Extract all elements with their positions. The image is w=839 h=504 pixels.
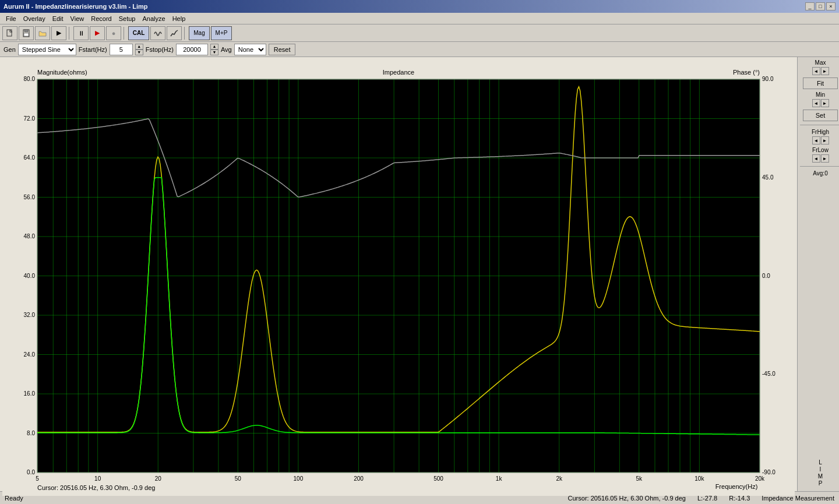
fstop-spinner: ▲ ▼ — [210, 44, 218, 55]
main-content: Max ◄ ► Fit Min ◄ ► Set FrHigh ◄ ► FrLow — [0, 57, 839, 491]
divider2 — [800, 166, 839, 167]
save-button[interactable] — [19, 26, 34, 40]
title-bar: Aurum II - Impedanzlinearisierung v3.lim… — [0, 0, 839, 13]
avg-select[interactable]: None 2 4 8 — [234, 44, 266, 55]
menu-edit[interactable]: Edit — [49, 14, 67, 23]
min-spin-row: ◄ ► — [812, 99, 829, 107]
menu-file[interactable]: File — [2, 14, 20, 23]
mag-button[interactable]: Mag — [189, 26, 210, 40]
frlow-spin-row: ◄ ► — [812, 154, 829, 163]
min-right[interactable]: ► — [821, 99, 829, 107]
fit-button[interactable]: Fit — [803, 77, 838, 89]
max-label: Max — [815, 59, 826, 66]
frlow-right[interactable]: ► — [821, 154, 829, 163]
menu-overlay[interactable]: Overlay — [20, 14, 49, 23]
gen-label: Gen — [3, 46, 16, 53]
avg-label: Avg — [221, 46, 232, 53]
impedance-chart[interactable] — [2, 62, 795, 496]
menu-view[interactable]: View — [67, 14, 88, 23]
open-button[interactable] — [35, 26, 50, 40]
frhigh-spin-row: ◄ ► — [812, 136, 829, 144]
record-button[interactable]: ● — [106, 26, 121, 40]
window-title: Aurum II - Impedanzlinearisierung v3.lim… — [3, 3, 148, 10]
graph-button[interactable] — [167, 26, 182, 40]
forward-button[interactable]: ▶ — [51, 26, 66, 40]
play-button[interactable]: ▶ — [90, 26, 105, 40]
frlow-left[interactable]: ◄ — [812, 154, 820, 163]
gen-select[interactable]: Stepped Sine Log Sweep MLS Pink Noise — [18, 44, 76, 55]
divider1 — [800, 125, 839, 125]
svg-rect-3 — [24, 30, 28, 32]
max-left[interactable]: ◄ — [812, 67, 820, 75]
fstop-input[interactable] — [176, 44, 208, 55]
min-label: Min — [816, 91, 825, 98]
minimize-button[interactable]: _ — [805, 2, 815, 10]
menu-help[interactable]: Help — [169, 14, 189, 23]
separator2 — [124, 27, 126, 40]
min-section: Min ◄ ► — [800, 91, 839, 107]
set-button[interactable]: Set — [803, 110, 838, 121]
fstart-up[interactable]: ▲ — [135, 44, 143, 50]
label-i: I — [820, 466, 822, 473]
fstart-down[interactable]: ▼ — [135, 50, 143, 55]
fstart-input[interactable] — [110, 44, 133, 55]
close-button[interactable]: × — [826, 2, 836, 10]
label-m: M — [818, 473, 823, 480]
svg-rect-4 — [24, 33, 29, 36]
toolbar2: Gen Stepped Sine Log Sweep MLS Pink Nois… — [0, 42, 839, 57]
label-p: P — [819, 480, 823, 487]
maximize-button[interactable]: □ — [816, 2, 825, 10]
frlow-section: FrLow ◄ ► — [800, 147, 839, 163]
cal-button[interactable]: CAL — [128, 26, 149, 40]
frhigh-label: FrHigh — [812, 129, 829, 135]
fstop-down[interactable]: ▼ — [210, 50, 218, 55]
label-l: L — [819, 459, 822, 466]
max-right[interactable]: ► — [821, 67, 829, 75]
min-left[interactable]: ◄ — [812, 99, 820, 107]
pause-button[interactable]: ⏸ — [73, 26, 89, 40]
frlow-label: FrLow — [812, 147, 829, 153]
frhigh-left[interactable]: ◄ — [812, 136, 820, 144]
frhigh-right[interactable]: ► — [821, 136, 829, 144]
fstart-spinner: ▲ ▼ — [135, 44, 143, 55]
window-controls: _ □ × — [805, 2, 836, 10]
frhigh-section: FrHigh ◄ ► — [800, 129, 839, 144]
waves-button[interactable] — [150, 26, 165, 40]
menu-record[interactable]: Record — [87, 14, 115, 23]
toolbar1: ▶ ⏸ ▶ ● CAL Mag M+P — [0, 24, 839, 42]
fstop-up[interactable]: ▲ — [210, 44, 218, 50]
avg-display: Avg:0 — [813, 170, 827, 177]
max-section: Max ◄ ► — [800, 59, 839, 75]
chart-container[interactable] — [0, 57, 797, 491]
menu-analyze[interactable]: Analyze — [139, 14, 168, 23]
fstart-label: Fstart(Hz) — [79, 46, 107, 53]
menu-bar: File Overlay Edit View Record Setup Anal… — [0, 13, 839, 24]
max-spin-row: ◄ ► — [812, 67, 829, 75]
fstop-label: Fstop(Hz) — [146, 46, 174, 53]
separator3 — [184, 27, 186, 40]
right-sidebar: Max ◄ ► Fit Min ◄ ► Set FrHigh ◄ ► FrLow — [797, 57, 839, 491]
reset-button[interactable]: Reset — [269, 44, 296, 55]
separator1 — [69, 27, 71, 40]
menu-setup[interactable]: Setup — [115, 14, 139, 23]
new-button[interactable] — [2, 26, 17, 40]
mp-button[interactable]: M+P — [211, 26, 232, 40]
